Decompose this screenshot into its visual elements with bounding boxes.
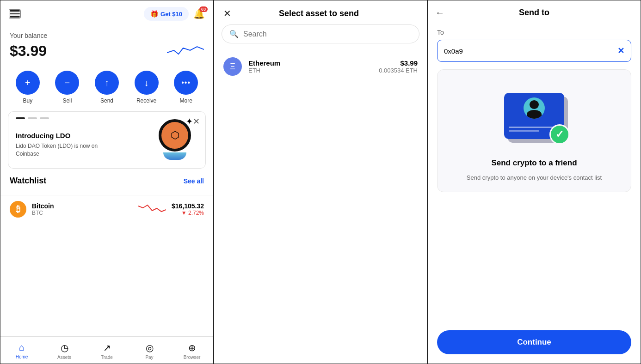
buy-button[interactable]: + <box>16 71 40 95</box>
receive-label: Receive <box>136 97 156 104</box>
send-button[interactable]: ↑ <box>95 71 119 95</box>
ethereum-asset-row[interactable]: Ξ Ethereum ETH $3.99 0.003534 ETH <box>214 51 427 82</box>
receive-button-wrap: ↓ Receive <box>135 71 159 104</box>
promo-dot-active <box>16 117 25 119</box>
balance-row: $3.99 <box>10 41 204 60</box>
ethereum-price-info: $3.99 0.003534 ETH <box>379 59 418 74</box>
check-badge: ✓ <box>549 124 570 145</box>
bitcoin-price: $16,105.32 <box>172 202 204 210</box>
promo-title: Introducing LDO <box>16 132 108 140</box>
search-icon: 🔍 <box>229 30 239 38</box>
see-all-link[interactable]: See all <box>184 177 204 185</box>
card-line-2 <box>509 130 539 132</box>
trade-nav-label: Trade <box>101 355 113 360</box>
home-header: 🎁 Get $10 🔔 63 <box>0 0 213 27</box>
ethereum-ticker: ETH <box>248 67 379 74</box>
notification-badge: 63 <box>199 6 208 12</box>
bitcoin-price-info: $16,105.32 ▼ 2.72% <box>172 202 204 216</box>
send-friend-description: Send crypto to anyone on your device's c… <box>467 173 602 182</box>
buy-button-wrap: + Buy <box>16 71 40 104</box>
send-friend-title: Send crypto to a friend <box>491 158 577 168</box>
send-button-wrap: ↑ Send <box>95 71 119 104</box>
address-input-wrap: ✕ <box>437 40 631 62</box>
browser-nav-label: Browser <box>184 355 201 360</box>
balance-chart <box>167 41 204 60</box>
more-button[interactable]: ••• <box>174 71 198 95</box>
bitcoin-icon: ₿ <box>10 201 26 218</box>
bottom-nav: ⌂ Home ◷ Assets ↗ Trade ◎ Pay ⊕ Browser <box>0 336 213 364</box>
bitcoin-chart <box>138 201 166 217</box>
select-asset-header: ✕ Select asset to send <box>214 0 427 24</box>
avatar-body <box>527 110 542 119</box>
ethereum-info: Ethereum ETH <box>248 59 379 74</box>
more-button-wrap: ••• More <box>174 71 198 104</box>
avatar-circle <box>524 97 545 119</box>
ldo-icon: ⬡ ✦ <box>159 119 191 152</box>
search-input[interactable] <box>243 30 412 38</box>
nav-assets[interactable]: ◷ Assets <box>43 340 86 362</box>
pay-nav-label: Pay <box>145 355 153 360</box>
select-asset-title: Select asset to send <box>279 9 359 18</box>
send-to-panel: ← Send to To ✕ <box>427 0 641 364</box>
watchlist-header: Watchlist See all <box>10 176 204 186</box>
balance-section: Your balance $3.99 <box>0 27 213 67</box>
ldo-inner: ⬡ <box>161 122 188 149</box>
pay-icon: ◎ <box>146 342 154 353</box>
nav-browser[interactable]: ⊕ Browser <box>171 340 213 362</box>
header-right: 🎁 Get $10 🔔 63 <box>144 7 205 21</box>
promo-dots <box>16 117 49 119</box>
home-icon: ⌂ <box>19 342 25 353</box>
nav-pay[interactable]: ◎ Pay <box>128 340 171 362</box>
sell-button[interactable]: − <box>55 71 79 95</box>
send-to-content: To ✕ <box>428 23 641 330</box>
ldo-base <box>163 152 186 160</box>
id-card-container: ✓ <box>504 93 564 139</box>
send-to-header: ← Send to <box>428 0 641 23</box>
sell-button-wrap: − Sell <box>55 71 79 104</box>
send-label: Send <box>100 97 113 104</box>
promo-text: Introducing LDO Lido DAO Token (LDO) is … <box>16 132 108 158</box>
search-bar: 🔍 <box>222 24 419 43</box>
nav-trade[interactable]: ↗ Trade <box>86 340 128 362</box>
menu-button[interactable] <box>9 9 21 18</box>
bitcoin-row[interactable]: ₿ Bitcoin BTC $16,105.32 ▼ 2.72% <box>0 195 213 223</box>
continue-button[interactable]: Continue <box>437 330 631 354</box>
ethereum-icon: Ξ <box>223 57 242 76</box>
promo-dot-3 <box>40 117 49 119</box>
clear-address-button[interactable]: ✕ <box>617 46 624 56</box>
search-bar-wrap: 🔍 <box>214 24 427 51</box>
action-buttons: + Buy − Sell ↑ Send ↓ Receive ••• More <box>0 67 213 111</box>
promo-dot-2 <box>28 117 37 119</box>
receive-button[interactable]: ↓ <box>135 71 159 95</box>
send-to-title: Send to <box>519 8 549 18</box>
more-label: More <box>180 97 192 104</box>
sell-label: Sell <box>62 97 72 104</box>
balance-amount: $3.99 <box>10 42 47 60</box>
assets-nav-label: Assets <box>57 355 71 360</box>
bitcoin-ticker: BTC <box>32 210 133 216</box>
back-button[interactable]: ← <box>435 7 444 18</box>
promo-image: ⬡ ✦ <box>156 119 198 161</box>
ethereum-usd: $3.99 <box>379 59 418 67</box>
send-friend-card: ✓ Send crypto to a friend Send crypto to… <box>437 69 631 192</box>
get-money-button[interactable]: 🎁 Get $10 <box>144 7 189 21</box>
ethereum-eth-amount: 0.003534 ETH <box>379 67 418 74</box>
contact-illustration: ✓ <box>497 79 571 153</box>
get-money-label: Get $10 <box>160 11 182 18</box>
browser-icon: ⊕ <box>188 342 196 353</box>
notification-button[interactable]: 🔔 63 <box>193 8 205 19</box>
nav-home[interactable]: ⌂ Home <box>0 340 43 362</box>
bitcoin-info: Bitcoin BTC <box>32 202 133 216</box>
close-button[interactable]: ✕ <box>223 8 231 19</box>
avatar-head <box>530 100 539 109</box>
gift-icon: 🎁 <box>150 10 158 18</box>
balance-label: Your balance <box>10 32 204 39</box>
select-asset-panel: ✕ Select asset to send 🔍 Ξ Ethereum ETH … <box>214 0 427 364</box>
ldo-star-icon: ✦ <box>186 116 193 127</box>
watchlist-section: Watchlist See all <box>0 169 213 195</box>
promo-description: Lido DAO Token (LDO) is now on Coinbase <box>16 142 108 158</box>
address-input[interactable] <box>444 47 614 55</box>
buy-label: Buy <box>23 97 32 104</box>
bitcoin-change: ▼ 2.72% <box>172 210 204 216</box>
to-label: To <box>437 29 631 36</box>
